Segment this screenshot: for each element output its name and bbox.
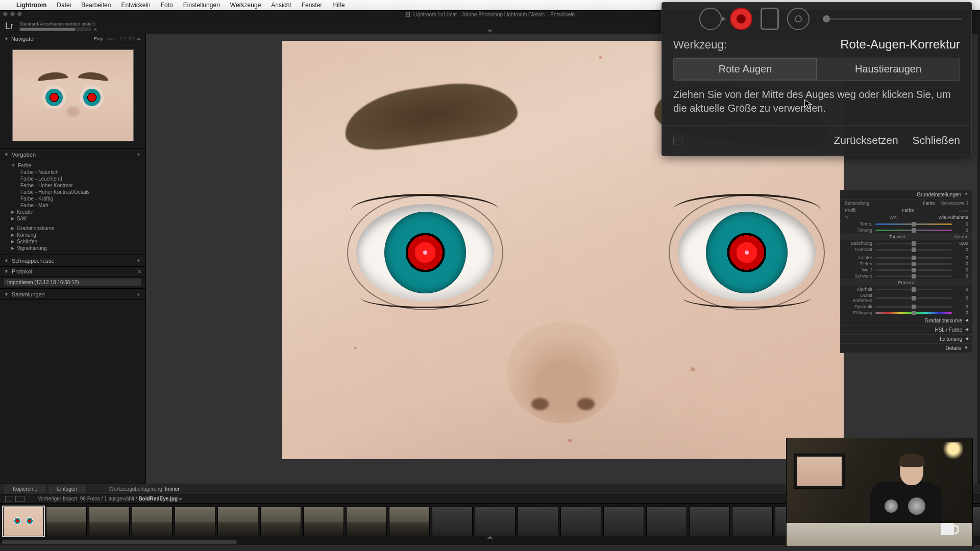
whites-slider[interactable] bbox=[875, 269, 952, 271]
preset-group-creative[interactable]: ▶Kreativ bbox=[11, 209, 145, 215]
zoom-fill[interactable]: Ausf. bbox=[107, 36, 117, 41]
add-preset-icon[interactable]: ＋ bbox=[136, 151, 141, 158]
preset-group-other[interactable]: ▶Körnung bbox=[11, 232, 145, 238]
grid-view-icon[interactable] bbox=[5, 496, 12, 502]
details-panel-header[interactable]: Details▼ bbox=[841, 343, 972, 353]
preset-item[interactable]: Farbe - Natürlich bbox=[11, 169, 145, 176]
app-menu[interactable]: Lightroom bbox=[11, 2, 52, 9]
temp-slider[interactable] bbox=[875, 223, 952, 225]
filmstrip-thumb[interactable] bbox=[89, 507, 130, 536]
menu-entwickeln[interactable]: Entwickeln bbox=[116, 2, 155, 9]
filmstrip-thumb[interactable] bbox=[475, 507, 516, 536]
highlights-value[interactable]: 0 bbox=[952, 255, 968, 260]
profile-value[interactable]: Farbe bbox=[902, 208, 914, 213]
saturation-value[interactable]: 0 bbox=[952, 310, 968, 315]
filmstrip-thumb[interactable] bbox=[217, 507, 258, 536]
filmstrip-thumb[interactable] bbox=[689, 507, 730, 536]
filmstrip-thumb[interactable] bbox=[303, 507, 344, 536]
blacks-slider[interactable] bbox=[875, 276, 952, 277]
wb-value[interactable]: Wie Aufnahme bbox=[938, 215, 968, 220]
treatment-color[interactable]: Farbe bbox=[923, 201, 935, 206]
zoom-2-1[interactable]: 2:1 bbox=[129, 36, 135, 41]
exposure-value[interactable]: 0,00 bbox=[952, 241, 968, 246]
source-label[interactable]: Vorheriger Import bbox=[38, 496, 77, 502]
collections-header[interactable]: ▼Sammlungen＋ bbox=[0, 288, 145, 300]
redeye-tool-icon[interactable] bbox=[730, 8, 752, 30]
close-button[interactable]: Schließen bbox=[913, 134, 960, 146]
contrast-value[interactable]: 0 bbox=[952, 247, 968, 252]
shadows-value[interactable]: 0 bbox=[952, 261, 968, 266]
filmstrip-thumb[interactable] bbox=[560, 507, 601, 536]
basic-panel-header[interactable]: Grundeinstellungen▼ bbox=[841, 190, 972, 199]
zoom-fit[interactable]: Einp. bbox=[94, 36, 105, 41]
filmstrip-thumb[interactable] bbox=[389, 507, 430, 536]
treatment-bw[interactable]: Schwarzweiß bbox=[941, 201, 968, 206]
preset-item[interactable]: Farbe - Hoher Kontrast bbox=[11, 182, 145, 189]
filmstrip-thumb[interactable] bbox=[346, 507, 387, 536]
filmstrip-thumb[interactable] bbox=[518, 507, 558, 536]
preset-item[interactable]: Farbe - Hoher Kontrast/Details bbox=[11, 189, 145, 195]
history-header[interactable]: ▼Protokoll✕ bbox=[0, 266, 145, 277]
highlights-slider[interactable] bbox=[875, 257, 952, 259]
exposure-slider[interactable] bbox=[875, 243, 952, 244]
radial-filter-tool-icon[interactable] bbox=[787, 8, 810, 30]
blacks-value[interactable]: 0 bbox=[952, 273, 968, 279]
add-collection-icon[interactable]: ＋ bbox=[136, 290, 141, 298]
spot-removal-tool-icon[interactable] bbox=[699, 8, 722, 30]
graduated-filter-tool-icon[interactable] bbox=[761, 8, 779, 30]
clear-history-icon[interactable]: ✕ bbox=[137, 269, 141, 274]
filmstrip-toggle-icon[interactable] bbox=[487, 536, 493, 539]
hsl-panel-header[interactable]: HSL / Farbe◀ bbox=[841, 325, 972, 334]
module-picker-toggle-icon[interactable] bbox=[487, 30, 493, 33]
add-snapshot-icon[interactable]: ＋ bbox=[136, 257, 141, 264]
vibrance-slider[interactable] bbox=[875, 306, 952, 308]
history-item[interactable]: Importieren (13.12.18 16:56:12) bbox=[4, 279, 141, 286]
brush-size-slider[interactable] bbox=[823, 18, 962, 20]
preset-group-bw[interactable]: ▶S/W bbox=[11, 215, 145, 222]
filmstrip-thumb[interactable] bbox=[132, 507, 173, 536]
preset-group-color[interactable]: ▼Farbe bbox=[11, 162, 145, 169]
right-eye[interactable] bbox=[678, 204, 816, 301]
snapshots-header[interactable]: ▼Schnappschüsse＋ bbox=[0, 255, 145, 266]
progress-cancel-icon[interactable]: ✕ bbox=[93, 27, 97, 32]
navigator-thumbnail[interactable] bbox=[12, 49, 134, 141]
secondary-display-icon[interactable] bbox=[15, 496, 24, 502]
filmstrip-thumb[interactable] bbox=[646, 507, 687, 536]
filmstrip-thumb[interactable] bbox=[260, 507, 301, 536]
filmstrip-thumb[interactable] bbox=[3, 507, 44, 536]
auto-tone-button[interactable]: Autom. bbox=[953, 234, 972, 239]
filmstrip-thumb[interactable] bbox=[603, 507, 644, 536]
menu-ansicht[interactable]: Ansicht bbox=[266, 2, 296, 9]
filmstrip-thumb[interactable] bbox=[46, 507, 87, 536]
menu-datei[interactable]: Datei bbox=[52, 2, 76, 9]
zoom-1-1[interactable]: 1:1 bbox=[119, 36, 126, 41]
vibrance-value[interactable]: 0 bbox=[952, 304, 968, 309]
filmstrip-thumb[interactable] bbox=[432, 507, 473, 536]
dehaze-slider[interactable] bbox=[875, 297, 952, 299]
filmstrip-thumb[interactable] bbox=[175, 507, 215, 536]
tab-red-eyes[interactable]: Rote Augen bbox=[674, 58, 817, 80]
paste-settings-button[interactable]: Einfügen bbox=[49, 485, 84, 493]
preset-group-other[interactable]: ▶Schärfen bbox=[11, 238, 145, 245]
saturation-slider[interactable] bbox=[875, 312, 952, 314]
preset-item[interactable]: Farbe - Matt bbox=[11, 202, 145, 209]
menu-foto[interactable]: Foto bbox=[156, 2, 178, 9]
window-traffic-lights[interactable] bbox=[3, 12, 22, 16]
preset-item[interactable]: Farbe - Leuchtend bbox=[11, 176, 145, 182]
tonecurve-panel-header[interactable]: Gradationskurve◀ bbox=[841, 316, 972, 325]
clarity-value[interactable]: 0 bbox=[952, 287, 968, 292]
tab-pet-eyes[interactable]: Haustieraugen bbox=[817, 58, 960, 80]
whites-value[interactable]: 0 bbox=[952, 267, 968, 272]
menu-bearbeiten[interactable]: Bearbeiten bbox=[76, 2, 116, 9]
preset-group-other[interactable]: ▶Vignettierung bbox=[11, 245, 145, 252]
contrast-slider[interactable] bbox=[875, 249, 952, 251]
tool-overlay-value[interactable]: Immer bbox=[165, 486, 179, 492]
menu-fenster[interactable]: Fenster bbox=[297, 2, 328, 9]
menu-werkzeuge[interactable]: Werkzeuge bbox=[225, 2, 266, 9]
splittoning-panel-header[interactable]: Teiltonung◀ bbox=[841, 334, 972, 343]
tool-toggle-switch[interactable] bbox=[673, 137, 682, 144]
left-eye[interactable] bbox=[356, 204, 494, 301]
preset-item[interactable]: Farbe - Kräftig bbox=[11, 195, 145, 202]
menu-hilfe[interactable]: Hilfe bbox=[327, 2, 350, 9]
copy-settings-button[interactable]: Kopieren... bbox=[5, 485, 45, 493]
